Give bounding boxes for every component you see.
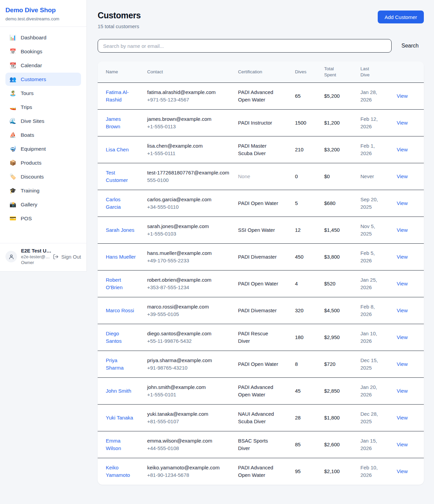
customer-email: yuki.tanaka@example.com: [147, 410, 233, 418]
total-spent-cell: $0: [324, 163, 360, 190]
name-cell: Sarah Jones: [98, 217, 147, 244]
table-row: Marco Rossi marco.rossi@example.com +39-…: [98, 297, 424, 324]
sidebar-item-training[interactable]: 🎓 Training: [5, 184, 81, 197]
search-bar: Search: [98, 39, 424, 53]
certification-cell: PADI Advanced Open Water: [238, 83, 295, 110]
customer-name-link[interactable]: Priya Sharma: [106, 357, 136, 372]
view-link[interactable]: View: [397, 200, 408, 206]
view-link[interactable]: View: [397, 147, 408, 152]
last-dive-cell: Jan 20, 2026: [360, 378, 397, 405]
customers-table: Name Contact Certification Dives Total S…: [98, 61, 424, 485]
sidebar-item-trips[interactable]: 🚤 Trips: [5, 100, 81, 114]
last-dive-cell: Jan 15, 2026: [360, 431, 397, 458]
certification-cell: PADI Master Scuba Diver: [238, 136, 295, 163]
sidebar-item-products[interactable]: 📦 Products: [5, 156, 81, 169]
actions-cell: View: [397, 431, 424, 458]
customer-count: 15 total customers: [98, 23, 141, 29]
sidebar-item-calendar[interactable]: 📆 Calendar: [5, 59, 81, 72]
view-link[interactable]: View: [397, 227, 408, 233]
tear-calendar-icon: 📆: [9, 62, 16, 69]
customer-certification: PADI Divemaster: [238, 307, 277, 314]
tag-icon: 🏷️: [9, 173, 16, 180]
view-link[interactable]: View: [397, 361, 408, 367]
customer-total-spent: $3,800: [324, 254, 340, 260]
sidebar-item-label: Calendar: [21, 62, 42, 69]
table-row: Lisa Chen lisa.chen@example.com +1-555-0…: [98, 136, 424, 163]
customer-name-link[interactable]: James Brown: [106, 115, 136, 130]
last-dive-cell: Feb 12, 2026: [360, 110, 397, 136]
view-link[interactable]: View: [397, 334, 408, 340]
customer-name-link[interactable]: Sarah Jones: [106, 226, 134, 234]
view-link[interactable]: View: [397, 388, 408, 394]
view-link[interactable]: View: [397, 93, 408, 99]
customer-total-spent: $0: [324, 173, 330, 179]
certification-cell: PADI Instructor: [238, 110, 295, 136]
wave-icon: 🌊: [9, 118, 16, 124]
search-button[interactable]: Search: [401, 43, 419, 49]
customer-name-link[interactable]: Marco Rossi: [106, 307, 134, 314]
customer-name-link[interactable]: Fatima Al-Rashid: [106, 89, 136, 104]
total-spent-cell: $680: [324, 190, 360, 217]
add-customer-button[interactable]: Add Customer: [378, 11, 424, 23]
sidebar-item-customers[interactable]: 👥 Customers: [5, 73, 81, 86]
credit-card-icon: 💳: [9, 215, 16, 222]
sidebar-item-equipment[interactable]: 🤿 Equipment: [5, 142, 81, 155]
customer-name-link[interactable]: Test Customer: [106, 169, 136, 184]
user-name: E2E Test U…: [21, 248, 49, 254]
view-link[interactable]: View: [397, 173, 408, 179]
sign-out-button[interactable]: Sign Out: [53, 254, 81, 260]
last-dive-cell: Jan 28, 2026: [360, 83, 397, 110]
sidebar-item-label: Equipment: [21, 146, 46, 152]
customer-name-link[interactable]: Diego Santos: [106, 330, 136, 345]
customer-name-link[interactable]: Keiko Yamamoto: [106, 464, 136, 479]
search-input[interactable]: [98, 39, 392, 53]
view-link[interactable]: View: [397, 415, 408, 421]
sidebar-item-boats[interactable]: ⛵ Boats: [5, 128, 81, 142]
customer-dives: 8: [295, 361, 298, 367]
certification-cell: NAUI Advanced Scuba Diver: [238, 405, 295, 431]
sidebar-nav: 📊 Dashboard 📅 Bookings 📆 Calendar 👥 Cust…: [0, 27, 86, 243]
sidebar-item-bookings[interactable]: 📅 Bookings: [5, 45, 81, 58]
customer-last-dive: Dec 28, 2025: [360, 410, 381, 425]
customer-phone: 555-0100: [147, 176, 233, 184]
view-link[interactable]: View: [397, 281, 408, 286]
actions-cell: View: [397, 351, 424, 378]
contact-cell: robert.obrien@example.com +353-87-555-12…: [147, 270, 238, 297]
customer-name-link[interactable]: Robert O'Brien: [106, 276, 136, 291]
contact-cell: hans.mueller@example.com +49-170-555-223…: [147, 244, 238, 270]
actions-cell: View: [397, 297, 424, 324]
user-icon: [8, 254, 14, 260]
customer-name-link[interactable]: Lisa Chen: [106, 146, 129, 153]
last-dive-cell: Nov 5, 2025: [360, 217, 397, 244]
customer-dives: 450: [295, 254, 303, 260]
view-link[interactable]: View: [397, 254, 408, 260]
customer-name-link[interactable]: Hans Mueller: [106, 253, 136, 261]
customer-name-link[interactable]: Emma Wilson: [106, 437, 136, 452]
sidebar-item-gallery[interactable]: 📸 Gallery: [5, 198, 81, 211]
total-spent-cell: $1,200: [324, 110, 360, 136]
view-link[interactable]: View: [397, 468, 408, 474]
customer-dives: 28: [295, 415, 301, 421]
name-cell: Diego Santos: [98, 324, 147, 351]
name-cell: Robert O'Brien: [98, 270, 147, 297]
sidebar-item-pos[interactable]: 💳 POS: [5, 212, 81, 225]
dives-cell: 0: [295, 163, 324, 190]
sign-out-label: Sign Out: [61, 254, 81, 260]
view-link[interactable]: View: [397, 442, 408, 447]
sidebar-item-dive-sites[interactable]: 🌊 Dive Sites: [5, 114, 81, 128]
sidebar-item-discounts[interactable]: 🏷️ Discounts: [5, 170, 81, 183]
shop-name[interactable]: Demo Dive Shop: [5, 6, 81, 14]
view-link[interactable]: View: [397, 120, 408, 126]
customer-certification: PADI Open Water: [238, 360, 278, 368]
customer-certification: PADI Advanced Open Water: [238, 464, 280, 479]
view-link[interactable]: View: [397, 307, 408, 313]
sidebar-item-tours[interactable]: 🏝️ Tours: [5, 87, 81, 100]
total-spent-cell: $2,100: [324, 458, 360, 485]
customer-name-link[interactable]: John Smith: [106, 387, 131, 395]
customer-name-link[interactable]: Yuki Tanaka: [106, 414, 133, 422]
sidebar-item-dashboard[interactable]: 📊 Dashboard: [5, 31, 81, 44]
customer-last-dive: Jan 25, 2026: [360, 276, 381, 291]
customer-certification: SSI Open Water: [238, 226, 275, 234]
table-row: Carlos Garcia carlos.garcia@example.com …: [98, 190, 424, 217]
customer-name-link[interactable]: Carlos Garcia: [106, 196, 136, 211]
